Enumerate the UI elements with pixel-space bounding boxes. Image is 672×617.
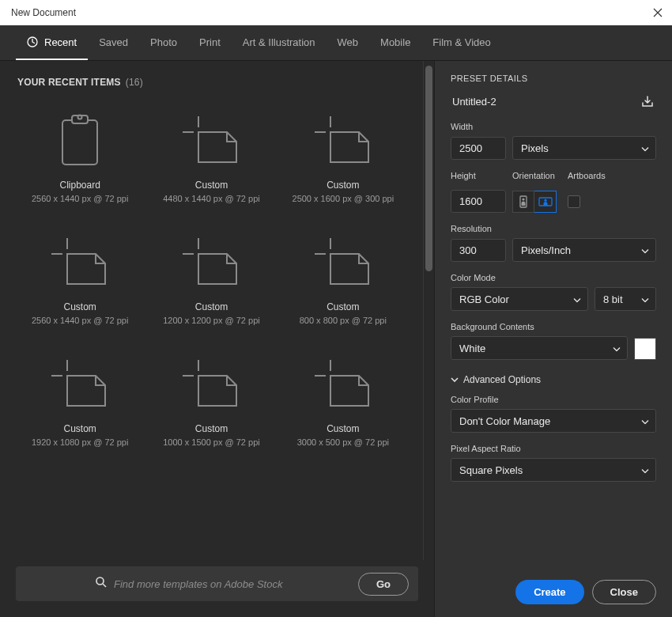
tab-print[interactable]: Print (188, 25, 232, 60)
preset-name: Custom (327, 180, 359, 191)
width-input[interactable] (451, 137, 506, 160)
scrollbar[interactable] (423, 61, 434, 560)
bg-value: White (459, 343, 485, 354)
custom-doc-icon (285, 350, 401, 418)
width-unit-value: Pixels (521, 142, 549, 154)
preset-dims: 2500 x 1600 px @ 300 ppi (293, 194, 395, 203)
artboards-label: Artboards (568, 171, 606, 180)
preset-item[interactable]: Custom1000 x 1500 px @ 72 ppi (149, 339, 274, 455)
stock-search-input[interactable] (79, 578, 349, 590)
preset-name: Custom (195, 301, 228, 312)
tab-art-illustration[interactable]: Art & Illustration (232, 25, 327, 60)
preset-dims: 2560 x 1440 px @ 72 ppi (32, 194, 128, 203)
tab-film-video[interactable]: Film & Video (421, 25, 501, 60)
custom-doc-icon (153, 350, 269, 418)
custom-doc-icon (285, 107, 401, 175)
window-title: New Document (11, 7, 76, 18)
preset-grid: Clipboard2560 x 1440 px @ 72 ppiCustom44… (17, 96, 406, 455)
save-preset-icon[interactable] (639, 93, 656, 111)
preset-name: Custom (195, 180, 228, 191)
chevron-down-icon (641, 142, 649, 154)
search-icon (95, 576, 108, 592)
color-profile-label: Color Profile (451, 395, 656, 404)
clock-icon (27, 36, 38, 47)
color-mode-value: RGB Color (459, 293, 509, 305)
tab-mobile[interactable]: Mobile (369, 25, 421, 60)
go-button[interactable]: Go (358, 573, 409, 596)
custom-doc-icon (22, 229, 138, 297)
preset-dims: 3000 x 500 px @ 72 ppi (297, 437, 389, 447)
create-button[interactable]: Create (515, 580, 583, 604)
preset-name: Custom (327, 423, 359, 434)
artboards-checkbox[interactable] (568, 195, 580, 208)
preset-dims: 2560 x 1440 px @ 72 ppi (32, 316, 128, 325)
svg-rect-1 (62, 120, 97, 165)
category-tabs: RecentSavedPhotoPrintArt & IllustrationW… (0, 25, 672, 60)
preset-item[interactable]: Custom2500 x 1600 px @ 300 ppi (281, 96, 406, 211)
preset-item[interactable]: Custom2560 x 1440 px @ 72 ppi (17, 218, 142, 333)
bg-label: Background Contents (451, 322, 656, 331)
resolution-label: Resolution (451, 224, 656, 233)
preset-item[interactable]: Custom1200 x 1200 px @ 72 ppi (149, 218, 274, 333)
advanced-toggle[interactable]: Advanced Options (451, 374, 656, 385)
preset-item[interactable]: Clipboard2560 x 1440 px @ 72 ppi (17, 96, 142, 211)
width-label: Width (451, 122, 656, 131)
color-depth-value: 8 bit (603, 293, 623, 305)
preset-item[interactable]: Custom1920 x 1080 px @ 72 ppi (17, 339, 142, 455)
orientation-label: Orientation (512, 171, 561, 180)
custom-doc-icon (153, 229, 269, 297)
bg-color-swatch[interactable] (634, 338, 656, 360)
preset-details-panel: PRESET DETAILS Untitled-2 Width Pixels H… (435, 61, 672, 617)
height-label: Height (451, 171, 506, 180)
preset-dims: 1000 x 1500 px @ 72 ppi (163, 437, 259, 447)
recent-count: (16) (126, 77, 143, 88)
preset-item[interactable]: Custom3000 x 500 px @ 72 ppi (281, 339, 406, 455)
custom-doc-icon (285, 229, 401, 297)
chevron-down-icon (573, 293, 581, 305)
document-name-field[interactable]: Untitled-2 (451, 93, 632, 111)
par-label: Pixel Aspect Ratio (451, 444, 656, 453)
resolution-unit-select[interactable]: Pixels/Inch (512, 238, 656, 262)
tab-label: Saved (99, 36, 128, 48)
tab-saved[interactable]: Saved (88, 25, 139, 60)
preset-item[interactable]: Custom4480 x 1440 px @ 72 ppi (149, 96, 274, 211)
chevron-down-icon (641, 415, 649, 427)
titlebar: New Document (0, 0, 672, 25)
tab-label: Photo (150, 36, 177, 48)
color-mode-select[interactable]: RGB Color (451, 287, 588, 311)
preset-dims: 1200 x 1200 px @ 72 ppi (163, 316, 259, 325)
stock-search-bar: Go (16, 566, 418, 601)
chevron-down-icon (641, 293, 649, 305)
tab-label: Print (199, 36, 221, 48)
close-icon[interactable] (651, 6, 664, 19)
par-value: Square Pixels (459, 464, 523, 476)
color-depth-select[interactable]: 8 bit (595, 287, 656, 311)
chevron-down-icon (613, 343, 621, 354)
recent-title-text: YOUR RECENT ITEMS (17, 77, 121, 88)
orientation-landscape-button[interactable] (534, 191, 557, 213)
height-input[interactable] (451, 190, 506, 213)
color-profile-select[interactable]: Don't Color Manage (451, 409, 656, 433)
preset-name: Custom (195, 423, 228, 434)
color-mode-label: Color Mode (451, 273, 656, 282)
advanced-label: Advanced Options (463, 374, 541, 385)
orientation-portrait-button[interactable] (512, 191, 534, 213)
preset-name: Custom (63, 423, 96, 434)
custom-doc-icon (22, 350, 138, 418)
scroll-thumb[interactable] (425, 66, 432, 271)
tab-web[interactable]: Web (327, 25, 370, 60)
bg-select[interactable]: White (451, 336, 628, 360)
left-panel: YOUR RECENT ITEMS (16) Clipboard2560 x 1… (0, 61, 423, 560)
tab-recent[interactable]: Recent (16, 25, 88, 60)
resolution-input[interactable] (451, 239, 506, 262)
preset-dims: 1920 x 1080 px @ 72 ppi (32, 437, 128, 447)
preset-item[interactable]: Custom800 x 800 px @ 72 ppi (281, 218, 406, 333)
par-select[interactable]: Square Pixels (451, 458, 656, 482)
tab-photo[interactable]: Photo (139, 25, 188, 60)
close-button[interactable]: Close (592, 580, 656, 604)
preset-dims: 800 x 800 px @ 72 ppi (300, 316, 387, 325)
chevron-down-icon (641, 244, 649, 256)
color-profile-value: Don't Color Manage (459, 415, 550, 427)
width-unit-select[interactable]: Pixels (512, 136, 656, 160)
resolution-unit-value: Pixels/Inch (521, 244, 571, 256)
